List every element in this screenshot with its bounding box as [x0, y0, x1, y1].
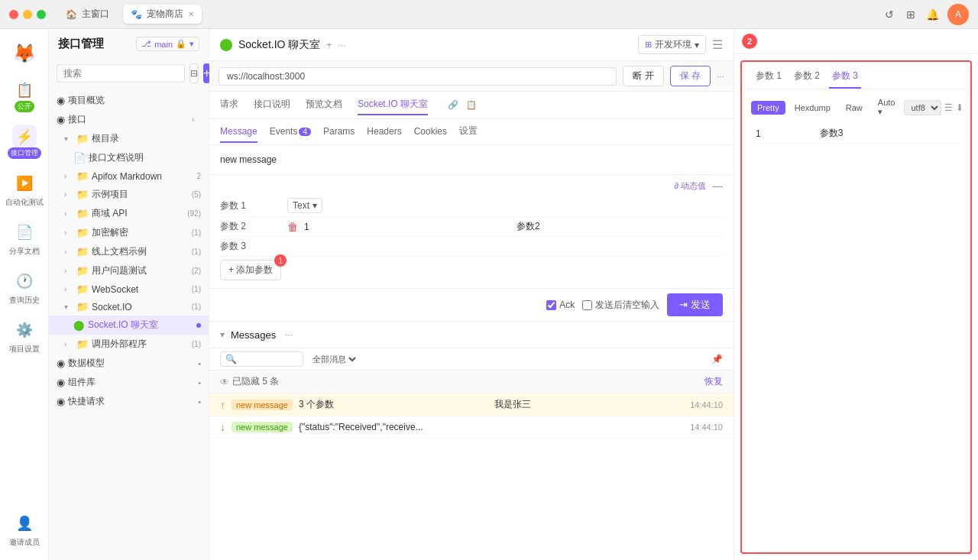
right-tab-param2[interactable]: 参数 2 — [791, 65, 823, 89]
nav-item-quick-req[interactable]: ◉ 快捷请求 • — [49, 392, 209, 411]
tab-config[interactable]: 设置 — [459, 120, 478, 144]
invite-label: 邀请成员 — [9, 537, 40, 548]
nav-item-api[interactable]: ◉ 接口 › — [49, 110, 209, 129]
restore-button[interactable]: 恢复 — [704, 375, 723, 388]
download-icon[interactable]: ⬇ — [956, 102, 963, 113]
toolbar-menu-icon[interactable]: ☰ — [712, 37, 723, 52]
nav-item-components[interactable]: ◉ 组件库 • — [49, 373, 209, 392]
tab-shop[interactable]: 🐾 宠物商店 ✕ — [123, 5, 202, 24]
nav-item-user-test[interactable]: › 📁 用户问题测试 (2) — [49, 261, 209, 280]
link-icon[interactable]: 🔗 — [448, 100, 458, 110]
tab-cookies[interactable]: Cookies — [414, 121, 447, 143]
external-chevron: › — [64, 340, 73, 348]
history-icon: 🕐 — [12, 269, 37, 293]
nav-item-crypto[interactable]: › 📁 加密解密 (1) — [49, 223, 209, 242]
view-tabs-row: Pretty Hexdump Raw Auto ▾ utf8 ☰ ⬇ 📋 🔍 — [751, 95, 961, 119]
filter-button[interactable]: ⊟ — [189, 63, 199, 83]
message-item-1[interactable]: ↓ new message {"status":"Received","rece… — [209, 416, 734, 439]
clear-checkbox[interactable] — [582, 300, 592, 310]
markdown-folder-icon: 📁 — [76, 170, 89, 182]
dynamic-val-button[interactable]: ∂ 动态值 — [675, 180, 707, 192]
disconnect-button[interactable]: 断 开 — [623, 66, 663, 86]
socket-status-badge — [220, 39, 232, 51]
branch-selector[interactable]: ⎇ main 🔒 ▾ — [136, 37, 199, 51]
right-panel-header: 2 — [734, 29, 978, 54]
encoding-select[interactable]: utf8 — [904, 100, 941, 115]
ack-label: Ack — [559, 299, 575, 310]
url-input[interactable] — [219, 67, 617, 86]
data-model-icon: ◉ — [57, 358, 65, 369]
collapse-messages-icon[interactable]: ▾ — [220, 329, 225, 340]
refresh-icon[interactable]: ↺ — [883, 8, 895, 21]
message-input[interactable] — [220, 151, 723, 168]
sub-tab-preview[interactable]: 预览文档 — [306, 95, 342, 115]
sidebar-item-auto[interactable]: ▶️ 自动化测试 — [0, 167, 48, 212]
tab-close-icon[interactable]: ✕ — [188, 10, 194, 18]
nav-item-external[interactable]: › 📁 调用外部程序 (1) — [49, 335, 209, 354]
view-tab-hexdump[interactable]: Hexdump — [789, 101, 837, 115]
sidebar-item-api[interactable]: ⚡ 接口管理 — [0, 120, 48, 163]
close-button[interactable] — [9, 10, 18, 19]
collapse-button[interactable]: — — [712, 180, 723, 192]
sidebar-item-invite[interactable]: 👤 邀请成员 — [0, 507, 48, 552]
external-count: (1) — [192, 340, 201, 348]
ack-checkbox[interactable] — [546, 300, 556, 310]
tab-params[interactable]: Params — [323, 121, 355, 143]
examples-label: 示例项目 — [92, 188, 189, 201]
nav-search-input[interactable] — [57, 64, 185, 83]
nav-item-overview[interactable]: ◉ 项目概览 — [49, 91, 209, 110]
right-tab-param3[interactable]: 参数 3 — [829, 65, 861, 89]
sub-tab-request[interactable]: 请求 — [220, 95, 238, 115]
sub-tab-chat[interactable]: Socket.IO 聊天室 — [358, 95, 428, 115]
duplicate-icon[interactable]: 📋 — [967, 102, 967, 113]
sub-tab-description[interactable]: 接口说明 — [254, 95, 290, 115]
copy-icon[interactable]: 📋 — [466, 100, 477, 110]
save-button[interactable]: 保 存 — [670, 66, 711, 86]
add-param-button[interactable]: + 添加参数 1 — [220, 260, 281, 280]
tab-message[interactable]: Message — [220, 121, 257, 143]
messages-more-icon[interactable]: ··· — [282, 326, 296, 343]
view-tab-pretty[interactable]: Pretty — [751, 101, 785, 115]
nav-search: ⊟ + — [49, 59, 209, 88]
more-options-icon[interactable]: ··· — [338, 40, 345, 50]
nav-item-online-doc[interactable]: › 📁 线上文档示例 (1) — [49, 242, 209, 261]
message-item-0[interactable]: ↑ new message 3 个参数 我是张三 14:44:10 — [209, 393, 734, 416]
user-avatar[interactable]: A — [947, 4, 969, 25]
sidebar-item-share[interactable]: 📄 分享文档 — [0, 215, 48, 261]
tab-events[interactable]: Events4 — [270, 121, 311, 143]
split-icon[interactable]: ⊞ — [905, 8, 917, 21]
maximize-button[interactable] — [37, 10, 46, 19]
format-icon[interactable]: ☰ — [944, 102, 953, 113]
tab-home[interactable]: 🏠 主窗口 — [58, 5, 117, 24]
sidebar-item-settings[interactable]: ⚙️ 项目设置 — [0, 313, 48, 359]
delete-param-icon[interactable]: 🗑 — [287, 221, 298, 233]
url-more-icon[interactable]: ··· — [717, 71, 724, 82]
send-button[interactable]: ⇥ 发送 — [667, 293, 723, 316]
nav-item-doc[interactable]: 📄 接口文档说明 — [49, 148, 209, 167]
nav-item-socketio[interactable]: ▾ 📁 Socket.IO (1) — [49, 298, 209, 316]
add-tab-icon[interactable]: + — [326, 40, 332, 50]
nav-item-data-model[interactable]: ◉ 数据模型 • — [49, 354, 209, 373]
nav-item-examples[interactable]: › 📁 示例项目 (5) — [49, 185, 209, 204]
env-selector[interactable]: ⊞ 开发环境 ▾ — [638, 35, 706, 54]
view-tab-auto[interactable]: Auto ▾ — [872, 95, 902, 119]
tab-headers[interactable]: Headers — [367, 121, 401, 143]
doc-icon: 📄 — [73, 152, 86, 163]
pin-icon[interactable]: 📌 — [711, 354, 723, 364]
nav-item-root[interactable]: ▾ 📁 根目录 — [49, 129, 209, 148]
nav-item-chat[interactable]: ⬤ Socket.IO 聊天室 — [49, 316, 209, 335]
nav-item-markdown[interactable]: › 📁 Apifox Markdown 2 — [49, 167, 209, 185]
msg-search-input[interactable] — [237, 354, 298, 364]
sidebar-item-public[interactable]: 📋 公开 — [0, 73, 48, 117]
minimize-button[interactable] — [23, 10, 32, 19]
logo-icon: 🦊 — [12, 41, 37, 66]
crypto-folder-icon: 📁 — [76, 227, 89, 238]
view-tab-raw[interactable]: Raw — [840, 101, 869, 115]
right-tab-param1[interactable]: 参数 1 — [753, 65, 785, 89]
nav-item-shopapi[interactable]: › 📁 商域 API (92) — [49, 204, 209, 223]
filter-select[interactable]: 全部消息 — [309, 354, 358, 364]
text-format-selector[interactable]: Text ▾ — [287, 198, 322, 213]
nav-item-ws[interactable]: › 📁 WebSocket (1) — [49, 280, 209, 298]
bell-icon[interactable]: 🔔 — [926, 8, 938, 21]
sidebar-item-history[interactable]: 🕐 查询历史 — [0, 264, 48, 310]
